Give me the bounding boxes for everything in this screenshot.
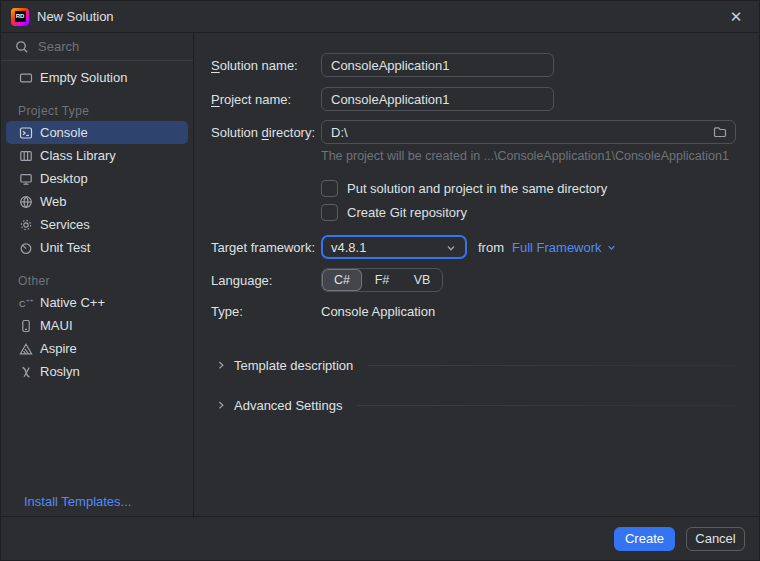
main-panel: Solution name: Project name: Solution di… <box>195 33 760 518</box>
cpp-icon: C ⁺⁺ <box>18 295 34 311</box>
sidebar-item-label: Roslyn <box>40 364 80 379</box>
gear-icon <box>18 217 34 233</box>
checkbox-label: Create Git repository <box>347 205 467 220</box>
folder-icon <box>712 124 728 140</box>
sidebar-item-services[interactable]: Services <box>6 213 188 236</box>
sidebar-item-label: Native C++ <box>40 295 105 310</box>
solution-name-row: Solution name: <box>211 53 736 77</box>
cancel-button[interactable]: Cancel <box>686 527 745 551</box>
dialog-footer: Create Cancel <box>1 516 759 560</box>
sidebar-item-empty-solution[interactable]: Empty Solution <box>6 66 188 89</box>
language-option-fsharp[interactable]: F# <box>362 269 402 291</box>
create-button[interactable]: Create <box>614 527 675 551</box>
chevron-right-icon <box>215 399 227 411</box>
checkbox-git-repository[interactable]: Create Git repository <box>321 203 467 221</box>
sidebar-item-label: Services <box>40 217 90 232</box>
close-icon[interactable]: ✕ <box>725 6 747 28</box>
sidebar-item-label: Unit Test <box>40 240 90 255</box>
checkbox-box[interactable] <box>321 180 338 197</box>
chevron-down-icon <box>445 242 457 254</box>
aspire-triangle-icon <box>18 341 34 357</box>
target-framework-dropdown[interactable]: v4.8.1 <box>321 235 467 259</box>
sidebar-item-label: Console <box>40 125 88 140</box>
checkbox-box[interactable] <box>321 204 338 221</box>
template-list: Empty Solution Project Type Console Clas… <box>1 61 193 383</box>
sidebar-item-unit-test[interactable]: Unit Test <box>6 236 188 259</box>
svg-text:⁺⁺: ⁺⁺ <box>26 298 34 305</box>
install-templates-link[interactable]: Install Templates... <box>24 494 131 509</box>
sidebar-item-label: Desktop <box>40 171 88 186</box>
empty-solution-icon <box>18 70 34 86</box>
type-value: Console Application <box>321 304 435 319</box>
advanced-settings-label: Advanced Settings <box>234 398 342 413</box>
project-name-label: Project name: <box>211 92 321 107</box>
solution-directory-label: Solution directory: <box>211 125 321 140</box>
svg-text:C: C <box>19 298 26 308</box>
template-description-label: Template description <box>234 358 353 373</box>
class-library-icon <box>18 148 34 164</box>
language-label: Language: <box>211 273 321 288</box>
project-name-input[interactable] <box>321 87 554 111</box>
search-input[interactable] <box>38 39 214 54</box>
browse-folder-button[interactable] <box>707 121 733 143</box>
solution-directory-row: Solution directory: <box>211 120 736 144</box>
separator-line <box>368 365 736 366</box>
sidebar-item-console[interactable]: Console <box>6 121 188 144</box>
advanced-settings-toggle[interactable]: Advanced Settings <box>215 393 736 417</box>
sidebar-item-aspire[interactable]: Aspire <box>6 337 188 360</box>
template-description-toggle[interactable]: Template description <box>215 353 736 377</box>
target-framework-row: Target framework: v4.8.1 from Full Frame… <box>211 234 736 260</box>
solution-directory-input[interactable] <box>321 120 736 144</box>
sidebar-item-web[interactable]: Web <box>6 190 188 213</box>
sidebar-item-label: Aspire <box>40 341 77 356</box>
desktop-icon <box>18 171 34 187</box>
rider-logo-icon: RD <box>11 8 29 26</box>
search-icon <box>14 39 30 55</box>
title-bar: RD New Solution ✕ <box>1 1 759 33</box>
solution-name-input[interactable] <box>321 53 554 77</box>
chevron-down-icon <box>606 242 617 253</box>
sidebar-item-native-cpp[interactable]: C ⁺⁺ Native C++ <box>6 291 188 314</box>
directory-hint: The project will be created in ...\Conso… <box>321 149 729 163</box>
search-bar[interactable] <box>1 33 193 61</box>
phone-icon <box>18 318 34 334</box>
solution-name-label: Solution name: <box>211 58 321 73</box>
language-option-csharp[interactable]: C# <box>322 269 362 291</box>
sidebar-item-label: Class Library <box>40 148 116 163</box>
web-globe-icon <box>18 194 34 210</box>
sidebar-item-roslyn[interactable]: Roslyn <box>6 360 188 383</box>
language-row: Language: C# F# VB <box>211 268 736 292</box>
framework-source-label: Full Framework <box>512 240 602 255</box>
project-name-row: Project name: <box>211 87 736 111</box>
framework-source-link[interactable]: Full Framework <box>512 240 617 255</box>
template-sidebar: Empty Solution Project Type Console Clas… <box>1 33 194 518</box>
lambda-icon <box>18 364 34 380</box>
gauge-icon <box>18 240 34 256</box>
target-framework-value: v4.8.1 <box>331 240 366 255</box>
language-option-vb[interactable]: VB <box>402 269 442 291</box>
section-header-other: Other <box>1 271 193 291</box>
sidebar-item-label: MAUI <box>40 318 73 333</box>
section-header-project-type: Project Type <box>1 101 193 121</box>
type-row: Type: Console Application <box>211 301 736 321</box>
sidebar-item-desktop[interactable]: Desktop <box>6 167 188 190</box>
dialog-title: New Solution <box>37 9 114 24</box>
sidebar-item-class-library[interactable]: Class Library <box>6 144 188 167</box>
separator-line <box>357 405 736 406</box>
chevron-right-icon <box>215 359 227 371</box>
language-segmented-control: C# F# VB <box>321 268 443 292</box>
from-text: from <box>478 240 504 255</box>
sidebar-item-maui[interactable]: MAUI <box>6 314 188 337</box>
new-solution-dialog: RD New Solution ✕ Empty Solution Project… <box>0 0 760 561</box>
target-framework-label: Target framework: <box>211 240 321 255</box>
checkbox-same-directory[interactable]: Put solution and project in the same dir… <box>321 179 607 197</box>
console-icon <box>18 125 34 141</box>
type-label: Type: <box>211 304 321 319</box>
sidebar-item-label: Empty Solution <box>40 70 127 85</box>
checkbox-label: Put solution and project in the same dir… <box>347 181 607 196</box>
sidebar-item-label: Web <box>40 194 67 209</box>
